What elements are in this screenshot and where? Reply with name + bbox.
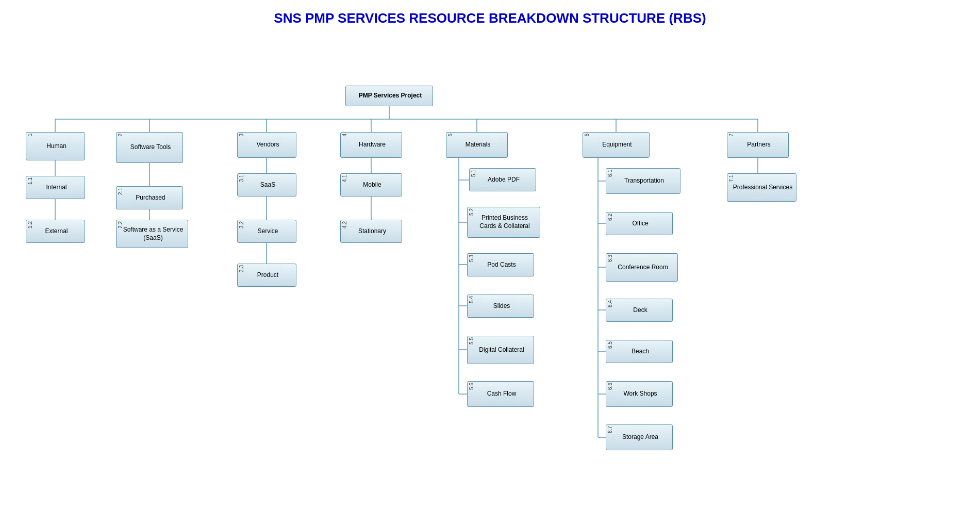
node-label-n61: Transportation bbox=[622, 177, 664, 185]
node-label-n41: Mobile bbox=[361, 181, 381, 189]
node-label-n5: Materials bbox=[463, 141, 491, 149]
node-label-n12: External bbox=[43, 227, 68, 236]
node-num-n5: 5 bbox=[448, 134, 453, 137]
node-n12: 1.2External bbox=[26, 220, 85, 243]
node-n11: 1.1Internal bbox=[26, 176, 85, 199]
node-n6: 6Equipment bbox=[583, 132, 650, 158]
node-label-n1: Human bbox=[44, 142, 67, 151]
node-n3: 3Vendors bbox=[237, 132, 296, 158]
node-n53: 5.3Pod Casts bbox=[467, 253, 534, 276]
node-label-n2: Software Tools bbox=[128, 143, 171, 152]
node-num-n65: 6.5 bbox=[608, 341, 613, 349]
node-label-n63: Conference Room bbox=[616, 264, 668, 272]
node-label-n33: Product bbox=[255, 271, 278, 280]
rbs-diagram: PMP Services Project 1Human1.1Internal1.… bbox=[15, 37, 964, 501]
node-num-n64: 6.4 bbox=[608, 300, 613, 307]
node-num-n33: 3.3 bbox=[239, 265, 244, 272]
node-num-n11: 1.1 bbox=[28, 177, 33, 185]
node-num-n12: 1.2 bbox=[28, 221, 33, 228]
node-num-n1: 1 bbox=[28, 134, 33, 137]
page: SNS PMP SERVICES RESOURCE BREAKDOWN STRU… bbox=[0, 0, 980, 507]
node-num-n32: 3.2 bbox=[239, 221, 244, 228]
node-label-n56: Cash Flow bbox=[485, 390, 517, 398]
node-label-n62: Office bbox=[630, 220, 648, 228]
node-num-n41: 4.1 bbox=[342, 175, 347, 182]
node-num-n53: 5.3 bbox=[469, 255, 474, 262]
node-label-n64: Deck bbox=[631, 306, 647, 315]
node-label-n55: Digital Collateral bbox=[477, 346, 524, 354]
node-n5: 5Materials bbox=[446, 132, 508, 158]
node-label-n52: Printed Business Cards & Collateral bbox=[471, 214, 537, 230]
node-n31: 3.1SaaS bbox=[237, 173, 296, 197]
node-num-n56: 5.6 bbox=[469, 383, 474, 390]
node-n32: 3.2Service bbox=[237, 220, 296, 243]
node-n33: 3.3Product bbox=[237, 264, 296, 287]
node-n56: 5.6Cash Flow bbox=[467, 381, 534, 407]
node-n54: 5.4Slides bbox=[467, 295, 534, 318]
node-label-n53: Pod Casts bbox=[485, 261, 516, 269]
node-label-n6: Equipment bbox=[600, 141, 632, 149]
node-num-n51: 5.1 bbox=[471, 170, 476, 177]
node-n64: 6.4Deck bbox=[606, 299, 673, 322]
node-n51: 5.1Adobe PDF bbox=[469, 168, 536, 191]
node-n67: 6.7Storage Area bbox=[606, 424, 673, 450]
node-label-n66: Work Shops bbox=[621, 390, 657, 398]
node-label-n67: Storage Area bbox=[620, 433, 658, 441]
node-num-n62: 6.2 bbox=[608, 214, 613, 221]
node-n65: 6.5Beach bbox=[606, 340, 673, 363]
node-label-n71: Professional Services bbox=[731, 184, 792, 192]
node-n4: 4Hardware bbox=[340, 132, 402, 158]
node-n62: 6.2Office bbox=[606, 212, 673, 235]
node-n41: 4.1Mobile bbox=[340, 173, 402, 197]
node-num-n22: 2.2 bbox=[118, 221, 123, 228]
node-num-n2: 2 bbox=[118, 134, 123, 137]
node-label-n32: Service bbox=[255, 227, 278, 236]
node-n63: 6.3Conference Room bbox=[606, 253, 678, 282]
page-title: SNS PMP SERVICES RESOURCE BREAKDOWN STRU… bbox=[15, 10, 965, 26]
node-label-n11: Internal bbox=[44, 184, 67, 192]
node-num-n66: 6.6 bbox=[608, 383, 613, 390]
node-num-n4: 4 bbox=[342, 134, 347, 137]
node-num-n42: 4.2 bbox=[342, 221, 347, 228]
node-num-n31: 3.1 bbox=[239, 175, 244, 182]
node-num-n52: 5.2 bbox=[469, 208, 474, 216]
node-num-n3: 3 bbox=[239, 134, 244, 137]
node-num-n7: 7 bbox=[729, 134, 734, 137]
node-label-n22: Software as a Service (SaaS) bbox=[120, 226, 185, 242]
node-n52: 5.2Printed Business Cards & Collateral bbox=[467, 207, 540, 238]
node-num-n55: 5.5 bbox=[469, 337, 474, 345]
node-n21: 2.1Purchased bbox=[116, 186, 183, 209]
node-root: PMP Services Project bbox=[345, 86, 433, 106]
node-label-n65: Beach bbox=[629, 348, 649, 356]
node-n1: 1Human bbox=[26, 132, 85, 160]
node-num-n6: 6 bbox=[585, 134, 590, 137]
node-num-n67: 6.7 bbox=[608, 426, 613, 433]
node-label-n3: Vendors bbox=[254, 141, 279, 149]
node-n66: 6.6Work Shops bbox=[606, 381, 673, 407]
node-label-n51: Adobe PDF bbox=[486, 176, 520, 184]
node-n2: 2Software Tools bbox=[116, 132, 183, 163]
node-n22: 2.2Software as a Service (SaaS) bbox=[116, 220, 188, 248]
node-label-n7: Partners bbox=[745, 141, 770, 149]
node-label-n31: SaaS bbox=[258, 181, 275, 189]
node-label-n42: Stationary bbox=[356, 227, 386, 236]
node-num-n63: 6.3 bbox=[608, 255, 613, 262]
node-label-n54: Slides bbox=[491, 302, 510, 310]
node-num-n61: 6.1 bbox=[608, 170, 613, 177]
node-n71: 7.1Professional Services bbox=[727, 173, 796, 202]
node-n55: 5.5Digital Collateral bbox=[467, 336, 534, 364]
node-n7: 7Partners bbox=[727, 132, 789, 158]
node-label-n4: Hardware bbox=[357, 141, 386, 149]
node-label-n21: Purchased bbox=[134, 194, 165, 202]
node-n42: 4.2Stationary bbox=[340, 220, 402, 243]
node-n61: 6.1Transportation bbox=[606, 168, 680, 194]
node-num-n71: 7.1 bbox=[729, 175, 734, 182]
node-num-n54: 5.4 bbox=[469, 296, 474, 303]
node-num-n21: 2.1 bbox=[118, 188, 123, 195]
